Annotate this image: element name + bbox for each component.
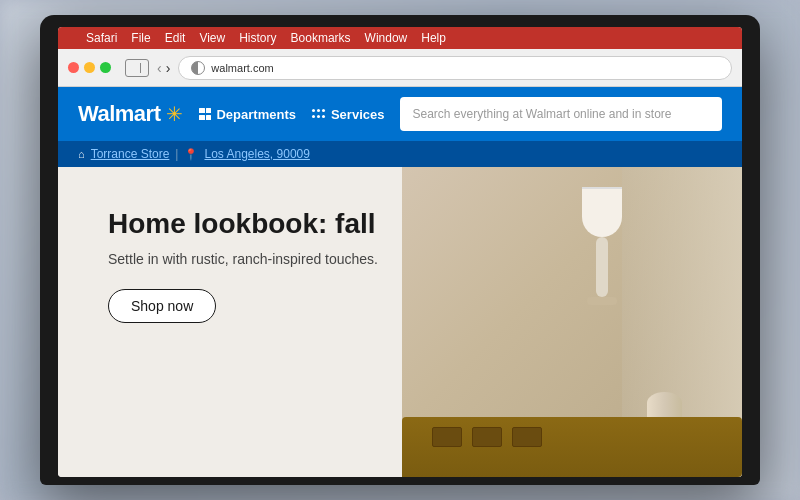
menu-bookmarks[interactable]: Bookmarks	[291, 31, 351, 45]
minimize-button[interactable]	[84, 62, 95, 73]
home-icon: ⌂	[78, 148, 85, 160]
search-bar[interactable]: Search everything at Walmart online and …	[400, 97, 722, 131]
lamp-shade	[582, 187, 622, 237]
reader-mode-icon	[191, 61, 205, 75]
walmart-logo[interactable]: Walmart ✳	[78, 101, 183, 127]
furniture-drawer-2	[472, 427, 502, 447]
laptop-frame: Safari File Edit View History Bookmarks …	[40, 15, 760, 485]
walmart-subnav: ⌂ Torrance Store | 📍 Los Angeles, 90009	[58, 141, 742, 167]
store-link[interactable]: Torrance Store	[91, 147, 170, 161]
hero-subtitle: Settle in with rustic, ranch-inspired to…	[108, 251, 378, 267]
sidebar-toggle-icon	[134, 63, 141, 73]
forward-button[interactable]: ›	[166, 60, 171, 76]
macos-menubar: Safari File Edit View History Bookmarks …	[58, 27, 742, 49]
sidebar-toggle-button[interactable]	[125, 59, 149, 77]
nav-arrows: ‹ ›	[157, 60, 170, 76]
services-label: Services	[331, 107, 385, 122]
subnav-separator: |	[175, 147, 178, 161]
menu-help[interactable]: Help	[421, 31, 446, 45]
maximize-button[interactable]	[100, 62, 111, 73]
walmart-site: Walmart ✳ Departments	[58, 87, 742, 477]
search-placeholder: Search everything at Walmart online and …	[412, 107, 671, 121]
lamp-decoration	[582, 187, 622, 305]
hero-image-area	[402, 167, 742, 477]
header-nav: Departments Services	[199, 107, 384, 122]
furniture-drawer-3	[512, 427, 542, 447]
lamp-base	[596, 237, 608, 297]
hero-area: Home lookbook: fall Settle in with rusti…	[58, 167, 742, 477]
departments-nav-item[interactable]: Departments	[199, 107, 295, 122]
furniture-drawer-1	[432, 427, 462, 447]
screen: Safari File Edit View History Bookmarks …	[58, 27, 742, 477]
traffic-lights	[68, 62, 111, 73]
menu-view[interactable]: View	[199, 31, 225, 45]
walmart-spark-icon: ✳	[166, 102, 183, 126]
menu-edit[interactable]: Edit	[165, 31, 186, 45]
browser-toolbar: ‹ › walmart.com	[58, 49, 742, 87]
menu-window[interactable]: Window	[365, 31, 408, 45]
services-dots-icon	[312, 109, 326, 119]
address-text: walmart.com	[211, 62, 273, 74]
services-nav-item[interactable]: Services	[312, 107, 385, 122]
departments-label: Departments	[216, 107, 295, 122]
location-pin-icon: 📍	[184, 148, 198, 161]
menu-safari[interactable]: Safari	[86, 31, 117, 45]
hero-title: Home lookbook: fall	[108, 207, 378, 241]
walmart-logo-text: Walmart	[78, 101, 160, 127]
departments-grid-icon	[199, 108, 211, 120]
address-bar[interactable]: walmart.com	[178, 56, 732, 80]
close-button[interactable]	[68, 62, 79, 73]
back-button[interactable]: ‹	[157, 60, 162, 76]
hero-content: Home lookbook: fall Settle in with rusti…	[108, 207, 378, 323]
walmart-header: Walmart ✳ Departments	[58, 87, 742, 141]
shop-now-button[interactable]: Shop now	[108, 289, 216, 323]
lamp-foot	[587, 297, 617, 305]
menu-file[interactable]: File	[131, 31, 150, 45]
furniture-decoration	[402, 417, 742, 477]
location-link[interactable]: Los Angeles, 90009	[204, 147, 309, 161]
menu-history[interactable]: History	[239, 31, 276, 45]
